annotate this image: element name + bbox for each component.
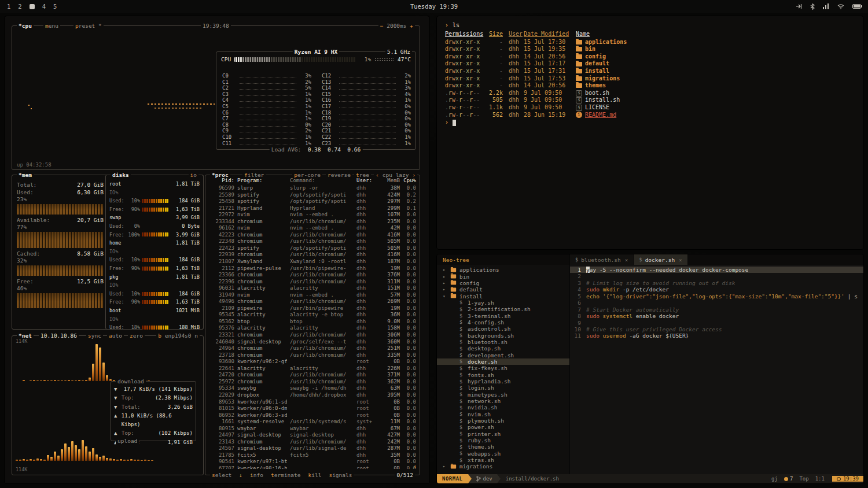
process-row[interactable]: 81015kworker/u96:0-dmroot0B0.0 [205,405,420,412]
terminal-window[interactable]: › ls PermissionsSizeUserDate ModifiedNam… [437,16,863,249]
process-row[interactable]: 233344chromium/usr/lib/chromium/dhh235M0… [205,219,420,225]
volume-bars-icon[interactable] [823,3,829,9]
proc-column-header[interactable]: Program: [237,178,287,183]
io-toggle[interactable]: io [189,171,198,179]
process-row[interactable]: 96031alacrittyalacrittydhh151M0.0 [205,285,420,292]
process-row[interactable]: 24497signal-desktopsignal-desktopdhh427M… [205,432,420,439]
editor-line[interactable]: 10# Give this user privileged Docker acc… [570,326,863,332]
proc-column-header[interactable]: Pid: [209,178,234,183]
cpu-box-title[interactable]: *cpu [17,22,34,29]
process-row[interactable]: 23718chromium/usr/lib/chromium/dhh335M0.… [205,352,420,359]
tree-item-3-terminal.sh[interactable]: $3-terminal.sh [437,312,569,319]
process-row[interactable]: 24720chromium/usr/lib/chromium/dhh371M0.… [205,372,420,379]
process-row[interactable]: 89653kworker/u96:1-sdroot0B0.0 [205,399,420,406]
battery-icon[interactable] [852,4,861,9]
tree-item-bluetooth.sh[interactable]: $bluetooth.sh [437,339,569,345]
process-row[interactable]: 22348chromium/usr/lib/chromium/dhh505M0.… [205,238,420,245]
workspace-5[interactable]: 5 [53,3,57,10]
process-row[interactable]: 90541kworker/u97:1-btroot0B0.0 [205,459,420,465]
tree-item-fonts.sh[interactable]: $fonts.sh [437,372,569,378]
net-interface-switcher[interactable]: b enp194s0 n [156,332,200,339]
tree-item-hyprlandia.sh[interactable]: $hyprlandia.sh [437,378,569,385]
process-row[interactable]: 31949nvimnvim --embed .dhh57M0.0 [205,292,420,299]
mem-box-title[interactable]: *mem [17,171,34,179]
editor-line[interactable]: 11sudo usermod -aG docker ${USER} [570,332,863,339]
process-row[interactable]: 23321chromium/usr/lib/chromium/dhh306M0.… [205,332,420,339]
process-row[interactable]: 96162nvimnvim --embed .dhh42M0.0 [205,225,420,232]
interval-control[interactable]: − 2000ms + [378,22,415,29]
wifi-icon[interactable] [837,4,844,9]
interval-plus-icon[interactable]: + [410,23,413,29]
proc-select-button[interactable]: select [212,471,231,479]
process-row[interactable]: 25458spotify/opt/spotify/spotidhh297M0.2 [205,198,420,205]
tree-item-config[interactable]: ▸config [437,280,569,286]
tree-item-asdcontrol.sh[interactable]: $asdcontrol.sh [437,326,569,332]
workspace-4[interactable]: 4 [42,3,46,10]
tree-item-development.sh[interactable]: $development.sh [437,352,569,358]
tree-item-webapps.sh[interactable]: $webapps.sh [437,450,569,457]
process-row[interactable]: 24567signal-desktop/usr/lib/signal-dedhh… [205,445,420,452]
process-row[interactable]: 96599slurpslurp -ordhh38M0.0 [205,185,420,192]
tree-item-theme.sh[interactable]: $theme.sh [437,443,569,450]
tree-item-applications[interactable]: ▸applications [437,267,569,273]
tree-item-ruby.sh[interactable]: $ruby.sh [437,437,569,443]
editor-line[interactable]: 6 [570,300,863,306]
tree-item-login.sh[interactable]: $login.sh [437,385,569,391]
process-row[interactable]: 95334swaybgswaybg -i /home/dhdhh63M0.0 [205,385,420,392]
tree-item-xtras.sh[interactable]: $xtras.sh [437,457,569,463]
buffer-tab-docker.sh[interactable]: $docker.sh× [634,254,688,265]
editor-line[interactable]: 7# Start Docker automatically [570,306,863,313]
tree-item-desktop.sh[interactable]: $desktop.sh [437,345,569,352]
process-row[interactable]: 23366chromium/usr/lib/chromium/dhh376M0.… [205,272,420,279]
process-row[interactable]: 2109pipewire/usr/bin/pipewiredhh19M0.0 [205,305,420,312]
terminal-cursor[interactable] [453,120,456,126]
process-row[interactable]: 22029dropbox/home/dhh/.dropboxdhh395M0.0 [205,392,420,399]
workspace-3[interactable] [30,4,35,9]
process-row[interactable]: 21785fcitx5fcitx5dhh35M0.0 [205,452,420,459]
process-row[interactable]: 95376alacrittyalacrittydhh158M0.0 [205,325,420,332]
editor-line[interactable]: 9 [570,320,863,326]
tree-item-network.sh[interactable]: $network.sh [437,398,569,404]
process-row[interactable]: 25589spotify/opt/spotify/spotidhh424M0.2 [205,192,420,199]
proc-info-button[interactable]: info [250,471,263,479]
process-row[interactable]: 25972chromium/usr/lib/chromium/dhh362M0.… [205,379,420,386]
interval-minus-icon[interactable]: − [380,23,384,29]
process-row[interactable]: 93680kworker/u96:2-gfroot0B0.0 [205,358,420,365]
net-sync-button[interactable]: sync [86,332,103,339]
editor-line[interactable]: 2 [570,273,863,279]
editor-line[interactable]: 4sudo mkdir -p /etc/docker [570,286,863,293]
tree-item-bin[interactable]: ▸bin [437,273,569,279]
disks-box-title[interactable]: disks [111,171,131,179]
preset-button[interactable]: preset * [73,22,104,29]
process-row[interactable]: 86952kworker/u96:3-sdroot0B0.0 [205,412,420,419]
tree-item-printer.sh[interactable]: $printer.sh [437,431,569,437]
buffer-tab-bluetooth.sh[interactable]: $bluetooth.sh× [570,254,634,265]
process-row[interactable]: 80915waybarwaybardhh67M0.0 [205,426,420,432]
process-row[interactable]: 23143chromium/usr/lib/chromium/dhh242M0.… [205,439,420,446]
editor-line[interactable]: 5echo '{"log-driver":"json-file","log-op… [570,293,863,300]
close-tab-icon[interactable]: × [625,257,628,263]
tree-item-nvidia.sh[interactable]: $nvidia.sh [437,404,569,411]
tree-item-fix-fkeys.sh[interactable]: $fix-fkeys.sh [437,365,569,371]
process-row[interactable]: 95362btopbtopdhh9.0M0.0 [205,319,420,326]
workspace-2[interactable]: 2 [18,3,21,10]
bluetooth-icon[interactable] [810,3,815,10]
menu-button[interactable]: menu [43,22,60,29]
process-row[interactable]: 49496chromium/usr/lib/chromium/dhh269M0.… [205,298,420,305]
process-row[interactable]: 22939chromium/usr/lib/chromium/dhh416M0.… [205,252,420,258]
proc-column-header[interactable]: User: [356,178,376,183]
editor[interactable]: 1yay -S --noconfirm --needed docker dock… [570,265,863,474]
tree-item-nvim.sh[interactable]: $nvim.sh [437,411,569,417]
tree-item-power.sh[interactable]: $power.sh [437,424,569,430]
editor-line[interactable]: 1yay -S --noconfirm --needed docker dock… [570,267,863,273]
tree-item-mimetypes.sh[interactable]: $mimetypes.sh [437,391,569,398]
tree-item-docker.sh[interactable]: $docker.sh [437,358,569,365]
proc-column-header[interactable]: Command: [290,178,354,183]
tree-item-migrations[interactable]: ▸migrations [437,463,569,469]
workspace-1[interactable]: 1 [7,3,10,10]
close-tab-icon[interactable]: × [679,257,682,263]
proc-terminate-button[interactable]: terminate [271,471,301,479]
editor-line[interactable]: 8sudo systemctl enable docker [570,313,863,319]
tree-item-4-config.sh[interactable]: $4-config.sh [437,319,569,326]
tree-item-2-identification.sh[interactable]: $2-identification.sh [437,306,569,312]
